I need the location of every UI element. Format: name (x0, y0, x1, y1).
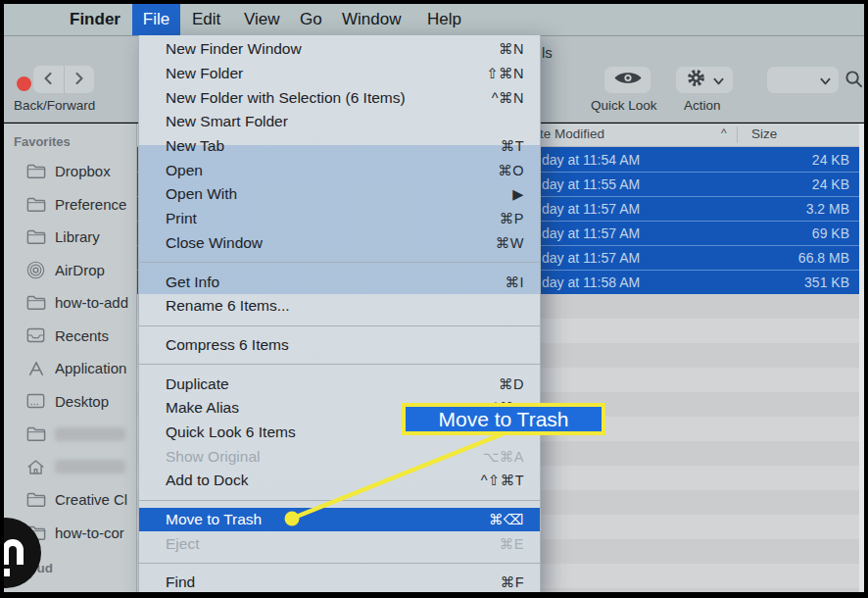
menu-separator (139, 563, 540, 564)
apple-icon[interactable] (31, 10, 48, 29)
menu-item-new-folder[interactable]: New Folder⇧⌘N (139, 62, 540, 86)
menu-item-compress-6-items[interactable]: Compress 6 Items (139, 333, 540, 358)
file-row-date-modified: day at 11:55 AM (542, 176, 640, 192)
sidebar-item-desktop[interactable]: Desktop (4, 385, 136, 419)
sidebar-item-how-to-add[interactable]: how-to-add (4, 286, 136, 320)
sidebar-item-redacted[interactable] (4, 418, 136, 451)
menu-item-open-with[interactable]: Open With▶ (139, 182, 540, 207)
folder-icon (25, 227, 46, 247)
menu-separator (139, 262, 540, 263)
menu-item-print[interactable]: Print⌘P (139, 207, 540, 231)
menu-item-label: Show Original (166, 448, 261, 466)
sidebar-item-creative-cl[interactable]: Creative Cl (4, 483, 136, 517)
sidebar-item-airdrop[interactable]: AirDrop (4, 254, 136, 287)
action-label: Action (684, 98, 721, 113)
gear-icon (686, 68, 706, 92)
folder-icon (25, 293, 46, 313)
menu-item-new-finder-window[interactable]: New Finder Window⌘N (139, 37, 540, 62)
menu-item-new-tab[interactable]: New Tab⌘T (139, 134, 540, 159)
menu-item-duplicate[interactable]: Duplicate⌘D (139, 372, 540, 396)
back-forward-label: Back/Forward (14, 98, 95, 113)
menubar-item-file[interactable]: File (132, 4, 180, 35)
menu-item-open[interactable]: Open⌘O (139, 158, 540, 182)
menu-item-move-to-trash[interactable]: Move to Trash⌘⌫ (139, 508, 540, 532)
close-window-button[interactable] (17, 76, 31, 91)
menu-item-shortcut: ^⌘N (492, 90, 524, 106)
recents-icon (25, 325, 46, 345)
menu-item-shortcut: ⌘O (498, 163, 524, 178)
menu-item-label: New Tab (166, 137, 224, 155)
back-button[interactable] (33, 66, 64, 93)
sidebar-item-label: Application (55, 360, 126, 376)
menubar-item-finder[interactable]: Finder (70, 4, 121, 35)
menu-item-new-folder-with-selection-6-items[interactable]: New Folder with Selection (6 Items)^⌘N (139, 85, 540, 110)
menu-item-make-alias[interactable]: Make Alias^⌘A (139, 396, 540, 421)
menu-item-find[interactable]: Find⌘F (139, 571, 540, 595)
sidebar-favorites-header: Favorites (4, 124, 136, 155)
desktop-icon (25, 391, 46, 411)
file-row-size: 24 KB (812, 176, 849, 192)
menubar-item-window[interactable]: Window (342, 4, 401, 35)
menu-item-shortcut: ⌘E (500, 536, 524, 552)
sidebar-item-label: how-to-cor (55, 524, 124, 541)
search-icon[interactable] (844, 70, 863, 92)
action-button[interactable] (676, 67, 733, 93)
menu-item-shortcut: ⌘T (501, 138, 524, 154)
folder-icon (25, 162, 46, 181)
sidebar-item-label: Library (55, 228, 100, 245)
scrollbar-track[interactable] (859, 124, 864, 592)
menu-item-show-original[interactable]: Show Original⌥⌘A (139, 444, 540, 469)
column-header-size[interactable]: Size (751, 126, 777, 141)
file-row-size: 69 KB (812, 225, 849, 241)
menubar-item-help[interactable]: Help (427, 4, 461, 35)
forward-button[interactable] (64, 66, 95, 93)
sidebar-item-library[interactable]: Library (4, 221, 136, 254)
menu-item-close-window[interactable]: Close Window⌘W (139, 231, 540, 256)
file-row-date-modified: day at 11:58 AM (542, 274, 640, 290)
chevron-left-icon (44, 71, 52, 88)
menu-item-label: Quick Look 6 Items (166, 424, 296, 441)
menubar-item-go[interactable]: Go (300, 4, 322, 35)
file-row-size: 66.8 MB (798, 250, 849, 266)
sidebar-item-application[interactable]: Application (4, 352, 136, 385)
menu-item-get-info[interactable]: Get Info⌘I (139, 270, 540, 294)
sidebar-item-preference[interactable]: Preference (4, 188, 136, 222)
menu-item-shortcut: ^⇧⌘T (481, 473, 524, 488)
menu-item-label: Print (166, 210, 197, 227)
menubar-item-edit[interactable]: Edit (192, 4, 220, 35)
logo-glyph (2, 539, 24, 565)
chevron-right-icon (75, 71, 83, 88)
menu-item-shortcut: ⌘⌫ (489, 512, 524, 527)
column-header-date-modified[interactable]: te Modified (540, 126, 604, 141)
quick-look-button[interactable] (604, 67, 651, 93)
menu-item-label: Make Alias (166, 399, 239, 417)
menu-item-label: Move to Trash (166, 511, 262, 528)
menu-item-shortcut: ⌘D (499, 376, 524, 392)
menu-item-new-smart-folder[interactable]: New Smart Folder (139, 110, 540, 134)
sidebar-item-label: Preference (55, 196, 126, 213)
sidebar-item-recents[interactable]: Recents (4, 320, 136, 353)
applications-icon (25, 359, 46, 378)
file-row-size: 24 KB (812, 152, 849, 168)
menu-item-eject[interactable]: Eject⌘E (139, 531, 540, 556)
menu-item-shortcut: ^⌘A (493, 400, 524, 416)
file-row-date-modified: day at 11:57 AM (542, 250, 640, 266)
file-row-size: 3.2 MB (806, 201, 849, 217)
menubar-item-view[interactable]: View (244, 4, 280, 35)
menu-item-label: Compress 6 Items (166, 336, 289, 354)
sidebar-item-redacted[interactable] (4, 451, 136, 484)
menu-item-shortcut: ⌘F (501, 574, 524, 590)
menu-item-shortcut: ⌘N (499, 41, 524, 57)
menu-item-add-to-dock[interactable]: Add to Dock^⇧⌘T (139, 469, 540, 493)
menu-item-label: New Smart Folder (166, 113, 288, 130)
menu-item-shortcut: ⌘P (500, 211, 524, 226)
menu-item-label: Eject (166, 535, 199, 553)
column-divider[interactable] (737, 126, 738, 143)
sidebar-item-dropbox[interactable]: Dropbox (4, 155, 136, 188)
sort-ascending-icon: ^ (721, 126, 727, 140)
menu-item-quick-look-6-items[interactable]: Quick Look 6 Items (139, 421, 540, 445)
menu-item-label: Rename 6 Items... (166, 297, 290, 315)
window-title-fragment: ls (542, 44, 553, 61)
menu-item-rename-6-items[interactable]: Rename 6 Items... (139, 294, 540, 319)
arrange-popup-button[interactable] (767, 67, 839, 93)
